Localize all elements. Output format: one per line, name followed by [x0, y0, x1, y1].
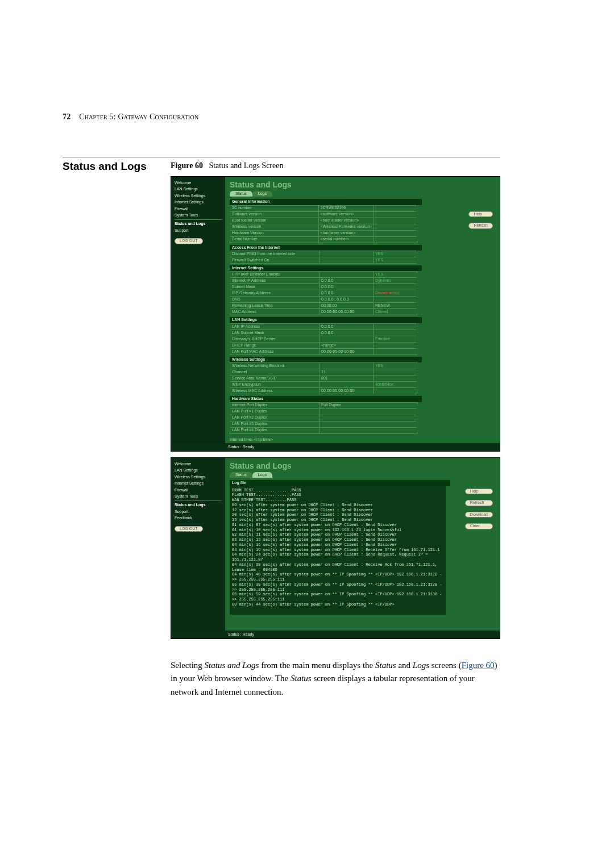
- body-text-span: and: [396, 661, 413, 670]
- sidebar-item-wireless[interactable]: Wireless Settings: [175, 475, 222, 479]
- side-buttons: Help Refresh: [468, 208, 493, 229]
- table-cell: Channel: [230, 369, 320, 375]
- table-cell: [374, 329, 417, 336]
- help-button[interactable]: Help: [468, 211, 493, 217]
- table-cell: LAN IP Address: [230, 323, 320, 329]
- panel-title: Status and Logs: [230, 180, 495, 190]
- table-cell: <boot loader version>: [318, 218, 374, 224]
- status-bar: Status : Ready: [171, 443, 500, 451]
- table-cell: [374, 236, 417, 243]
- table-cell: Gateway's DHCP Server: [230, 336, 320, 342]
- table-cell: Cloned: [374, 309, 417, 315]
- sidebar-item-status-logs[interactable]: Status and Logs: [175, 503, 222, 507]
- table-cell: 00-00-00-00-00-00: [320, 348, 374, 354]
- table-cell: 00:00:00: [320, 303, 374, 309]
- table-cell: YES: [374, 251, 417, 257]
- table-cell: 0.0.0.0: [320, 278, 374, 284]
- table-cell: [320, 257, 374, 263]
- sidebar-item-firewall[interactable]: Firewall: [175, 488, 222, 493]
- logout-button[interactable]: LOG OUT: [175, 526, 203, 532]
- sidebar-item-feedback[interactable]: Feedback: [175, 516, 222, 520]
- table-lan: LAN IP Address0.0.0.0LAN Subnet Mask0.0.…: [230, 323, 417, 355]
- body-text-italic: Logs: [413, 661, 429, 670]
- table-cell: [374, 211, 417, 218]
- section-hardware-header: Hardware Status: [230, 396, 422, 402]
- refresh-button[interactable]: Refresh: [468, 223, 493, 228]
- table-cell: [320, 336, 374, 342]
- tab-logs[interactable]: Logs: [252, 191, 272, 197]
- clear-button[interactable]: Clear: [465, 523, 493, 529]
- table-cell: DNS: [230, 297, 320, 303]
- table-cell: YES: [374, 363, 417, 369]
- table-cell: LAN Port #3 Duplex: [230, 421, 320, 427]
- table-cell: Subnet Mask: [230, 284, 320, 290]
- body-text-span: screens (: [429, 661, 462, 670]
- status-bar: Status : Ready: [171, 631, 500, 639]
- figure-title: Status and Logs Screen: [209, 161, 283, 170]
- table-cell: Software version: [230, 211, 319, 218]
- table-cell: 00-00-00-00-00-00: [320, 388, 374, 394]
- sidebar-item-wireless[interactable]: Wireless Settings: [175, 194, 222, 198]
- tab-logs[interactable]: Logs: [252, 472, 272, 478]
- table-cell: [320, 415, 417, 421]
- table-cell: <software version>: [318, 211, 374, 218]
- sidebar-item-support[interactable]: Support: [175, 228, 222, 233]
- sidebar-item-tools[interactable]: System Tools: [175, 494, 222, 499]
- table-cell: 0.0.0.0: [320, 329, 374, 336]
- body-text-italic: Status: [291, 674, 312, 683]
- table-cell: WEP Encryption: [230, 382, 320, 388]
- table-cell: 0.0.0.0: [320, 290, 374, 297]
- table-cell: [374, 323, 417, 329]
- download-button[interactable]: Download: [465, 512, 493, 518]
- sidebar-item-status-logs[interactable]: Status and Logs: [175, 222, 222, 226]
- sidebar-item-internet[interactable]: Internet Settings: [175, 200, 222, 205]
- sidebar-item-tools[interactable]: System Tools: [175, 213, 222, 218]
- table-cell: [374, 348, 417, 354]
- sidebar-item-firewall[interactable]: Firewall: [175, 207, 222, 211]
- table-internet: PPP over Ethernet EnabledYESInternet IP …: [230, 271, 417, 315]
- table-cell: 0.0.0.0: [320, 323, 374, 329]
- refresh-button[interactable]: Refresh: [465, 500, 493, 506]
- sidebar-item-internet[interactable]: Internet Settings: [175, 481, 222, 486]
- tab-bar: Status Logs: [230, 472, 495, 478]
- table-cell: Internet Port Duplex: [230, 402, 320, 408]
- panel-title: Status and Logs: [230, 461, 495, 471]
- help-button[interactable]: Help: [465, 489, 493, 494]
- table-cell: [320, 363, 374, 369]
- document-page: 72 Chapter 5: Gateway Configuration Stat…: [0, 0, 614, 868]
- body-text-span: Selecting: [171, 661, 205, 670]
- table-cell: YES: [374, 272, 417, 278]
- tab-status[interactable]: Status: [230, 191, 252, 197]
- table-cell: LAN Port #2 Duplex: [230, 415, 320, 421]
- table-cell: Discard PING from the Internet side: [230, 251, 320, 257]
- body-paragraph: Selecting Status and Logs from the main …: [171, 659, 500, 699]
- section-access-header: Access From the Internet: [230, 245, 422, 251]
- sidebar-item-welcome[interactable]: Welcome: [175, 181, 222, 185]
- table-cell: Full Duplex: [320, 402, 417, 408]
- figure-link[interactable]: Figure 60: [462, 661, 495, 670]
- chapter-label: Chapter 5: Gateway Configuration: [79, 112, 198, 121]
- sidebar-item-welcome[interactable]: Welcome: [175, 462, 222, 466]
- table-cell: Boot loader version: [230, 218, 319, 224]
- table-cell: [374, 375, 417, 382]
- logout-button[interactable]: LOG OUT: [175, 238, 203, 244]
- sidebar-item-lan[interactable]: LAN Settings: [175, 468, 222, 473]
- tab-bar: Status Logs: [230, 191, 495, 197]
- table-wireless: Wireless Networking EnabledYESChannel11S…: [230, 362, 417, 394]
- section-internet-header: Internet Settings: [230, 265, 422, 271]
- table-cell: LAN Port #4 Duplex: [230, 427, 320, 433]
- sidebar-item-lan[interactable]: LAN Settings: [175, 187, 222, 191]
- table-cell: <serial number>: [318, 236, 374, 243]
- figure-caption: Figure 60 Status and Logs Screen: [171, 161, 283, 170]
- table-cell: DHCP Range: [230, 342, 320, 348]
- sidebar-item-support[interactable]: Support: [175, 510, 222, 514]
- table-cell: [320, 382, 374, 388]
- table-cell: 3CRWE52196: [318, 205, 374, 211]
- table-cell: [320, 427, 417, 433]
- table-cell: 11: [320, 369, 374, 375]
- table-cell: [374, 205, 417, 211]
- table-cell: Wireless version: [230, 224, 319, 230]
- tab-status[interactable]: Status: [230, 472, 252, 478]
- body-text-span: from the main menu displays the: [259, 661, 375, 670]
- table-access: Discard PING from the Internet sideYESFi…: [230, 251, 417, 264]
